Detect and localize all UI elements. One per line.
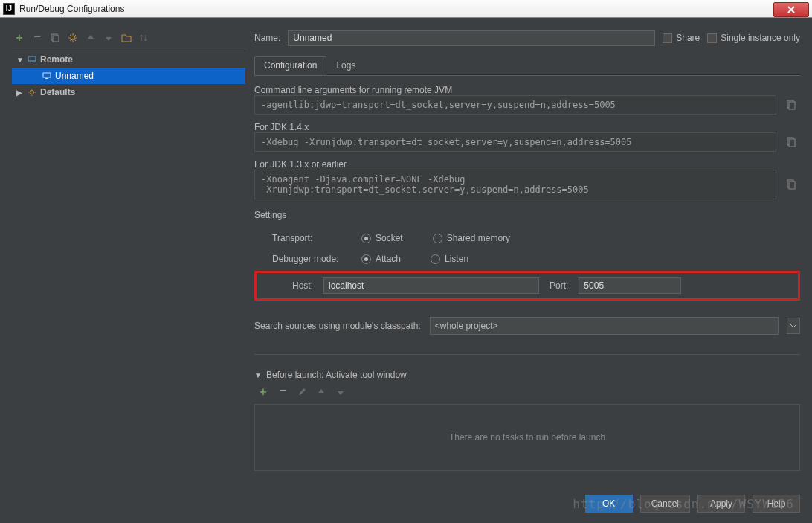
- chevron-down-icon: [790, 322, 797, 330]
- jdk14-label: For JDK 1.4.x: [254, 122, 800, 132]
- copy-button[interactable]: [782, 170, 800, 199]
- before-tasks-list: There are no tasks to run before launch: [254, 404, 800, 471]
- host-label: Host:: [292, 280, 313, 291]
- classpath-combo[interactable]: <whole project>: [430, 317, 779, 335]
- remote-icon: [27, 54, 37, 65]
- transport-socket-radio[interactable]: Socket: [361, 233, 403, 243]
- copy-icon: [785, 136, 797, 148]
- app-icon: IJ: [3, 3, 15, 15]
- before-down-icon[interactable]: [335, 386, 347, 398]
- tree-unnamed[interactable]: Unnamed: [12, 68, 245, 84]
- settings-icon[interactable]: [67, 32, 79, 44]
- move-up-icon[interactable]: [85, 32, 97, 44]
- copy-icon: [785, 99, 797, 111]
- svg-rect-5: [43, 73, 51, 77]
- tree-defaults[interactable]: ▶ Defaults: [12, 84, 245, 100]
- sort-icon[interactable]: [138, 32, 150, 44]
- svg-rect-13: [789, 182, 795, 189]
- add-icon[interactable]: +: [13, 32, 25, 44]
- copy-button[interactable]: [782, 132, 800, 152]
- before-launch-header[interactable]: ▼ Before launch: Activate tool window Be…: [254, 370, 800, 380]
- jdk14-field[interactable]: -Xdebug -Xrunjdwp:transport=dt_socket,se…: [254, 132, 776, 152]
- name-label: Name:: [254, 33, 280, 43]
- svg-rect-3: [28, 57, 36, 61]
- dialog-buttons: OK Cancel Apply Help: [12, 495, 800, 513]
- tabs: Configuration Logs: [254, 55, 800, 75]
- close-button[interactable]: [773, 2, 809, 17]
- copy-button[interactable]: [782, 95, 800, 115]
- svg-point-7: [30, 91, 34, 94]
- transport-shared-radio[interactable]: Shared memory: [433, 233, 510, 243]
- port-label: Port:: [550, 280, 568, 291]
- titlebar: IJ Run/Debug Configurations: [0, 0, 812, 18]
- svg-rect-1: [53, 36, 59, 42]
- before-up-icon[interactable]: [315, 386, 327, 398]
- cmd-args-field[interactable]: -agentlib:jdwp=transport=dt_socket,serve…: [254, 95, 776, 115]
- debugger-attach-radio[interactable]: Attach: [361, 254, 401, 264]
- before-add-icon[interactable]: +: [257, 386, 269, 398]
- host-input[interactable]: [323, 277, 539, 294]
- single-instance-label: Single instance only: [721, 33, 800, 43]
- port-input[interactable]: [579, 277, 681, 294]
- single-instance-checkbox[interactable]: Single instance only: [707, 33, 800, 43]
- tab-configuration[interactable]: Configuration: [254, 56, 326, 75]
- before-empty-text: There are no tasks to run before launch: [449, 432, 605, 443]
- svg-point-2: [71, 36, 75, 40]
- jdk13-label: For JDK 1.3.x or earlier: [254, 159, 800, 170]
- debugger-mode-label: Debugger mode:: [272, 254, 347, 264]
- help-button[interactable]: Help: [753, 495, 800, 513]
- copy-config-icon[interactable]: [49, 32, 61, 44]
- name-input[interactable]: [288, 30, 655, 46]
- settings-title: Settings: [254, 210, 800, 220]
- tree-defaults-label: Defaults: [40, 87, 75, 97]
- gear-icon: [27, 87, 37, 97]
- jdk13-field[interactable]: -Xnoagent -Djava.compiler=NONE -Xdebug -…: [254, 170, 776, 199]
- remote-icon: [42, 71, 52, 81]
- before-edit-icon[interactable]: [296, 386, 308, 398]
- chevron-right-icon: ▶: [16, 89, 24, 97]
- classpath-label: Search sources using module's classpath:: [254, 321, 421, 331]
- separator: [254, 354, 800, 355]
- share-label: Share: [676, 33, 700, 43]
- copy-icon: [785, 179, 797, 190]
- config-tree[interactable]: ▼ Remote Unnamed ▶ Defaults: [12, 51, 245, 483]
- left-pane: + − ▼ Remote: [12, 28, 245, 483]
- cancel-button[interactable]: Cancel: [640, 495, 690, 513]
- tab-logs[interactable]: Logs: [326, 56, 365, 75]
- chevron-down-icon: ▼: [16, 56, 24, 64]
- move-down-icon[interactable]: [103, 32, 115, 44]
- apply-button[interactable]: Apply: [697, 495, 745, 513]
- before-remove-icon[interactable]: −: [277, 385, 289, 397]
- svg-rect-4: [30, 62, 33, 62]
- right-pane: Name: Share Single instance only Configu…: [254, 28, 800, 483]
- debugger-listen-radio[interactable]: Listen: [431, 254, 468, 264]
- classpath-value: <whole project>: [435, 321, 498, 331]
- svg-rect-9: [789, 102, 795, 109]
- remove-icon[interactable]: −: [31, 31, 43, 42]
- host-port-highlight: Host: Port:: [254, 271, 800, 301]
- svg-rect-11: [789, 139, 795, 147]
- close-icon: [787, 5, 796, 14]
- share-checkbox[interactable]: Share: [663, 33, 700, 43]
- transport-label: Transport:: [272, 233, 347, 243]
- cmd-label: CCommand line arguments for running remo…: [254, 85, 800, 95]
- classpath-dropdown-button[interactable]: [787, 318, 800, 334]
- ok-button[interactable]: OK: [585, 495, 633, 513]
- tree-remote[interactable]: ▼ Remote: [12, 51, 245, 68]
- tree-unnamed-label: Unnamed: [55, 71, 94, 81]
- window-title: Run/Debug Configurations: [19, 4, 124, 14]
- chevron-down-icon: ▼: [254, 371, 262, 379]
- folder-icon[interactable]: [120, 32, 132, 44]
- svg-rect-6: [45, 78, 48, 79]
- left-toolbar: + −: [12, 28, 245, 48]
- tree-remote-label: Remote: [40, 54, 73, 65]
